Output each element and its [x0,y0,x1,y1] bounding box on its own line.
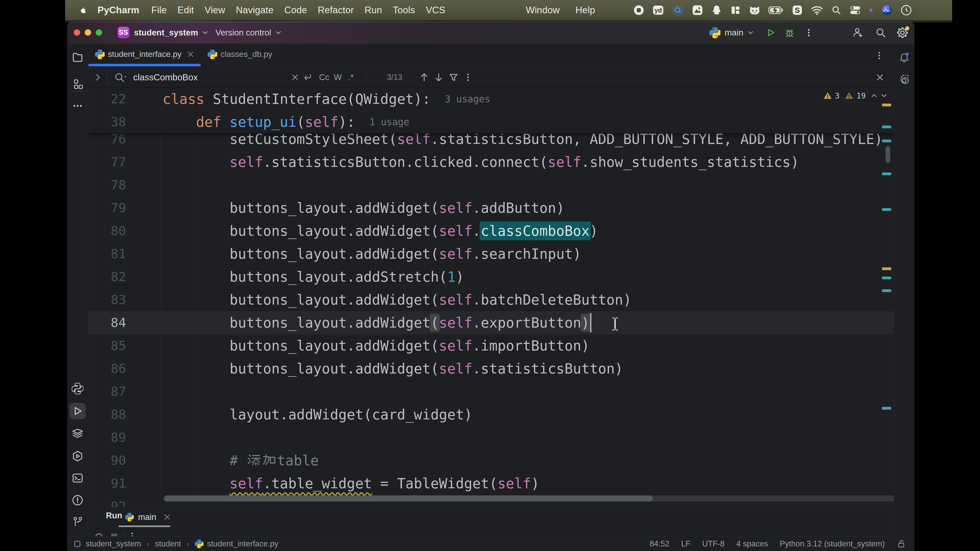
line-number[interactable]: 78 [88,178,162,192]
run-tab-main[interactable]: main [118,507,172,527]
search-everywhere-icon[interactable] [875,27,886,38]
photos-icon[interactable] [692,5,703,16]
menu-navigate[interactable]: Navigate [231,5,279,16]
prev-problem-chevron-up-icon[interactable] [870,92,878,99]
battery-charging-icon[interactable] [768,5,784,16]
code-line-78[interactable]: 78 [88,173,894,197]
menu-file[interactable]: File [146,5,172,16]
find-query-input[interactable]: classComboBox [133,72,198,83]
wifi-icon[interactable] [811,5,823,15]
structure-icon[interactable] [69,76,86,92]
menu-vcs[interactable]: VCS [420,5,451,16]
file-encoding[interactable]: UTF-8 [702,539,724,548]
window-title-bar[interactable]: SS student_system Version control main [67,21,915,44]
services-icon[interactable] [69,426,86,442]
version-control-icon[interactable] [69,513,86,530]
python-interpreter[interactable]: Python 3.12 (student_system) [780,539,885,548]
line-number[interactable]: 85 [88,338,162,353]
cat-icon[interactable] [749,5,760,16]
find-close-icon[interactable] [875,68,885,87]
warning-stripe-mark[interactable] [882,103,891,106]
siri-icon[interactable] [881,5,892,16]
run-button[interactable] [765,27,776,38]
find-more-kebab-icon[interactable] [463,68,473,87]
unlocked-padlock-icon[interactable] [897,539,907,549]
code-line-80[interactable]: 80 buttons_layout.addWidget(self.classCo… [88,219,894,242]
layout-icon[interactable] [730,5,741,16]
breadcrumb-student_interface.py[interactable]: student_interface.py [207,539,278,548]
qq-icon[interactable] [711,5,722,16]
run-more-kebab-icon[interactable] [127,531,137,536]
code-line-90[interactable]: 90 # table [88,449,894,472]
line-number[interactable]: 86 [88,361,162,376]
search-match-stripe-mark[interactable] [882,276,891,279]
code-line-84[interactable]: 84 buttons_layout.addWidget(self.exportB… [88,311,894,334]
line-number[interactable]: 89 [88,430,162,445]
project-folder-icon[interactable] [69,49,86,65]
code-line-86[interactable]: 86 buttons_layout.addWidget(self.statist… [88,357,894,380]
find-clear-icon[interactable] [290,68,300,87]
menu-pycharm[interactable]: PyCharm [92,5,146,16]
sticky-line-38[interactable]: 38 def setup_ui(self):1 usage [88,110,894,133]
traffic-light-close[interactable] [74,29,80,36]
rerun-icon[interactable] [94,531,105,536]
project-name[interactable]: student_system [134,28,198,38]
code-line-82[interactable]: 82 buttons_layout.addStretch(1) [88,265,894,288]
code-line-87[interactable]: 87 [88,380,894,403]
breadcrumb-student[interactable]: student [155,539,181,548]
find-match-case-toggle[interactable]: Cc [319,68,329,87]
usages-hint[interactable]: 1 usage [369,117,409,127]
code-line-81[interactable]: 81 buttons_layout.addWidget(self.searchI… [88,242,894,265]
control-center-icon[interactable] [850,5,861,16]
code-line-77[interactable]: 77 self.statisticsButton.clicked.connect… [88,151,894,173]
usages-hint[interactable]: 3 usages [445,94,490,105]
search-match-stripe-mark[interactable] [882,125,891,128]
traffic-light-maximize[interactable] [96,29,102,36]
traffic-light-minimize[interactable] [85,29,91,36]
line-number[interactable]: 87 [88,384,162,399]
clock-icon[interactable] [900,5,912,16]
yd-icon[interactable]: yd [652,5,664,16]
problems-icon[interactable] [69,492,86,508]
line-number[interactable]: 91 [88,476,162,491]
code-line-85[interactable]: 85 buttons_layout.addWidget(self.importB… [88,334,894,357]
code-with-me-icon[interactable] [852,27,863,38]
apple-menu[interactable] [78,5,87,15]
more-options-kebab-icon[interactable] [803,27,814,38]
line-number[interactable]: 84 [88,315,162,330]
find-newline-icon[interactable] [302,68,313,87]
indentation[interactable]: 4 spaces [736,539,768,548]
search-match-stripe-mark[interactable] [882,289,891,292]
tab-options-kebab-icon[interactable] [874,51,884,61]
python-console-icon[interactable] [69,448,86,464]
record-icon[interactable] [633,5,644,16]
line-number[interactable]: 77 [88,155,162,169]
find-filter-icon[interactable] [448,68,459,87]
run-configuration[interactable]: main [724,27,743,38]
menu-refactor[interactable]: Refactor [312,5,359,16]
line-number[interactable]: 79 [88,200,162,215]
line-number[interactable]: 82 [88,269,162,284]
menu-code[interactable]: Code [279,5,312,16]
code-line-83[interactable]: 83 buttons_layout.addWidget(self.batchDe… [88,288,894,311]
find-prev-arrow-up-icon[interactable] [419,68,429,87]
run-config-chevron-down-icon[interactable] [747,29,754,36]
run-tool-icon[interactable] [69,403,86,419]
breadcrumb-student_system[interactable]: student_system [86,539,141,548]
line-number[interactable]: 88 [88,407,162,422]
notifications-bell-icon[interactable] [896,49,912,66]
run-tab-close-icon[interactable] [162,513,172,522]
menu-edit[interactable]: Edit [172,5,199,16]
sticky-line-22[interactable]: 22class StudentInterface(QWidget):3 usag… [88,87,894,110]
menu-window[interactable]: Window [518,5,568,16]
project-badge[interactable]: SS [118,27,129,38]
search-match-stripe-mark[interactable] [882,407,891,410]
purple-dot-icon[interactable] [869,5,873,16]
vcs-chevron-down-icon[interactable] [275,29,282,36]
warning-stripe-mark[interactable] [882,267,891,270]
terminal-icon[interactable] [69,470,86,486]
find-words-toggle[interactable]: W [334,68,342,87]
editor-tab-classes_db.py[interactable]: classes_db.py [201,44,278,67]
find-regex-toggle[interactable]: .* [348,68,354,87]
code-editor[interactable]: 76 setCustomStyleSheet(self.statisticsBu… [88,87,894,507]
